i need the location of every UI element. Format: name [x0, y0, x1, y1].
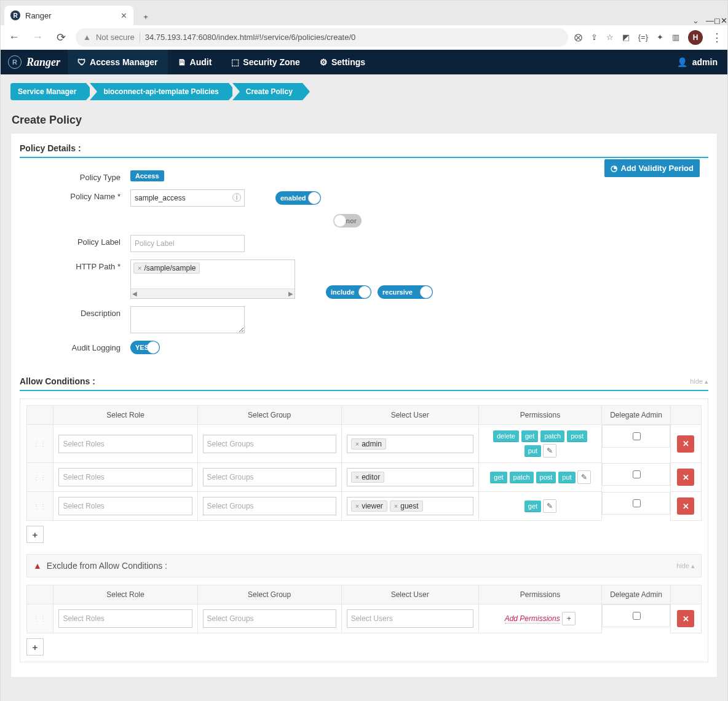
- remove-chip-icon[interactable]: ×: [355, 440, 359, 448]
- delete-row-button[interactable]: ✕: [677, 610, 694, 627]
- profile-avatar[interactable]: H: [688, 30, 703, 45]
- user-menu[interactable]: 👤 admin: [667, 57, 727, 67]
- remove-chip-icon[interactable]: ×: [355, 502, 359, 510]
- table-row: ⋮⋮ Select Roles Select Groups ×admin del…: [27, 425, 702, 463]
- toggle-label: include: [331, 288, 355, 296]
- nav-label: Security Zone: [243, 57, 300, 67]
- add-permissions-link[interactable]: Add Permissions: [505, 614, 560, 624]
- menu-icon[interactable]: ⋮: [711, 31, 722, 44]
- nav-audit[interactable]: 🗎 Audit: [168, 50, 222, 74]
- add-exclude-row-button[interactable]: +: [26, 638, 44, 655]
- permission-badge[interactable]: put: [524, 445, 541, 457]
- delegate-checkbox[interactable]: [633, 612, 641, 620]
- bookmark-icon[interactable]: ☆: [606, 33, 614, 42]
- user-chip[interactable]: ×guest: [390, 501, 423, 512]
- nav-settings[interactable]: ⚙ Settings: [310, 50, 375, 74]
- drag-handle[interactable]: ⋮⋮: [27, 425, 53, 463]
- share-icon[interactable]: ⇪: [591, 33, 598, 42]
- role-select[interactable]: Select Roles: [58, 435, 192, 453]
- browser-tab[interactable]: R Ranger ✕: [4, 6, 133, 25]
- permission-badge[interactable]: patch: [510, 472, 534, 483]
- breadcrumb-item[interactable]: Create Policy: [232, 83, 303, 100]
- nav-security-zone[interactable]: ⬚ Security Zone: [221, 50, 310, 74]
- edit-permissions-button[interactable]: ✎: [543, 444, 556, 457]
- user-select[interactable]: ×editor: [347, 468, 473, 486]
- group-select[interactable]: Select Groups: [203, 468, 336, 486]
- exclude-title: Exclude from Allow Conditions :: [47, 561, 671, 571]
- edit-permissions-button[interactable]: ✎: [543, 499, 556, 513]
- new-tab-button[interactable]: +: [137, 8, 154, 25]
- http-path-input[interactable]: ×/sample/sample ◀▶: [130, 259, 295, 299]
- group-select[interactable]: Select Groups: [203, 497, 336, 515]
- drag-handle[interactable]: ⋮⋮: [27, 604, 53, 633]
- zoom-icon[interactable]: ⨂: [574, 33, 582, 42]
- breadcrumb-item[interactable]: Service Manager: [10, 83, 86, 100]
- breadcrumb-item[interactable]: bioconnect-api-template Policies: [90, 83, 228, 100]
- group-select[interactable]: Select Groups: [203, 609, 336, 628]
- path-chip[interactable]: ×/sample/sample: [133, 263, 200, 274]
- delegate-checkbox[interactable]: [633, 432, 641, 440]
- include-toggle[interactable]: include: [326, 285, 371, 299]
- hide-toggle[interactable]: hide ▴: [676, 562, 695, 570]
- user-chip[interactable]: ×viewer: [351, 501, 387, 512]
- url-field[interactable]: ▲ Not secure 34.75.193.147:6080/index.ht…: [76, 28, 568, 47]
- user-select[interactable]: ×viewer ×guest: [347, 497, 473, 515]
- delegate-checkbox[interactable]: [633, 470, 641, 478]
- brand[interactable]: R Ranger: [1, 55, 68, 69]
- permission-badge[interactable]: post: [536, 472, 556, 483]
- maximize-button[interactable]: ◻: [714, 16, 721, 25]
- delete-row-button[interactable]: ✕: [677, 469, 694, 486]
- user-chip[interactable]: ×editor: [351, 472, 384, 483]
- permission-badge[interactable]: post: [567, 430, 587, 442]
- remove-chip-icon[interactable]: ×: [394, 502, 398, 510]
- reload-button[interactable]: ⟳: [52, 31, 69, 44]
- recursive-toggle[interactable]: recursive: [378, 285, 433, 299]
- user-chip[interactable]: ×admin: [351, 438, 386, 450]
- normal-toggle[interactable]: nor: [333, 214, 362, 228]
- forward-button[interactable]: →: [29, 31, 46, 44]
- hide-toggle[interactable]: hide ▴: [690, 378, 708, 386]
- delegate-checkbox[interactable]: [633, 499, 641, 507]
- nav-access-manager[interactable]: 🛡 Access Manager: [68, 50, 168, 74]
- tabs-dropdown-icon[interactable]: ⌄: [685, 16, 706, 25]
- policy-name-input[interactable]: [130, 189, 245, 207]
- remove-chip-icon[interactable]: ×: [355, 473, 359, 481]
- info-icon[interactable]: i: [232, 193, 241, 202]
- permission-badge[interactable]: delete: [493, 430, 519, 442]
- permission-badge[interactable]: get: [490, 472, 507, 483]
- description-textarea[interactable]: [130, 306, 245, 333]
- back-button[interactable]: ←: [6, 31, 23, 44]
- enabled-toggle[interactable]: enabled: [275, 191, 321, 205]
- audit-toggle[interactable]: YES: [130, 341, 160, 354]
- role-select[interactable]: Select Roles: [58, 497, 192, 515]
- extension-icon-2[interactable]: {=}: [638, 33, 648, 42]
- remove-chip-icon[interactable]: ×: [138, 264, 141, 272]
- user-select[interactable]: ×admin: [347, 435, 473, 453]
- drag-handle[interactable]: ⋮⋮: [27, 463, 53, 492]
- role-select[interactable]: Select Roles: [58, 468, 192, 486]
- add-validity-button[interactable]: ◔ Add Validity Period: [604, 159, 700, 177]
- policy-panel: Policy Details : ◔ Add Validity Period P…: [10, 133, 718, 678]
- role-select[interactable]: Select Roles: [58, 609, 192, 628]
- add-perm-button[interactable]: +: [562, 612, 576, 625]
- permission-badge[interactable]: patch: [540, 430, 564, 442]
- scrollbar[interactable]: ◀▶: [131, 288, 295, 298]
- edit-permissions-button[interactable]: ✎: [577, 470, 591, 484]
- permission-badge[interactable]: get: [524, 501, 541, 512]
- permission-badge[interactable]: put: [558, 472, 575, 483]
- policy-label-input[interactable]: [130, 235, 245, 252]
- close-tab-icon[interactable]: ✕: [121, 11, 127, 20]
- sidepanel-icon[interactable]: ▥: [672, 33, 679, 42]
- permission-badge[interactable]: get: [521, 430, 538, 442]
- add-allow-row-button[interactable]: +: [26, 526, 44, 543]
- group-select[interactable]: Select Groups: [203, 435, 336, 453]
- minimize-button[interactable]: —: [706, 16, 714, 25]
- extensions-icon[interactable]: ✦: [657, 33, 663, 42]
- window-close-button[interactable]: ✕: [721, 16, 727, 25]
- delete-row-button[interactable]: ✕: [677, 497, 694, 515]
- delete-row-button[interactable]: ✕: [677, 435, 694, 453]
- drag-handle[interactable]: ⋮⋮: [27, 492, 53, 521]
- clock-icon: ◔: [611, 164, 617, 173]
- user-select[interactable]: Select Users: [347, 609, 473, 628]
- extension-icon-1[interactable]: ◩: [622, 33, 630, 42]
